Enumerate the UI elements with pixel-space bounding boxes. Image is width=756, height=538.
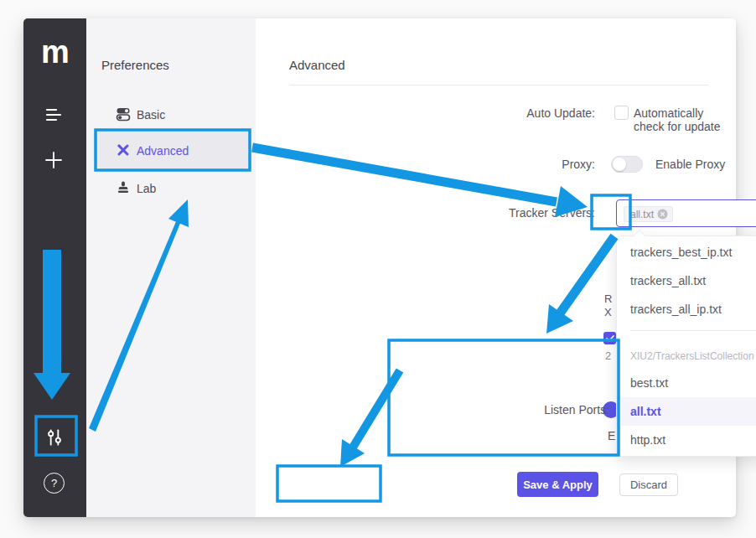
basic-toggles-icon [116,106,131,125]
dropdown-divider [630,330,756,331]
app-window: m ? Preferences [23,18,736,517]
task-list-icon[interactable] [44,105,64,128]
proxy-option-label: Enable Proxy [655,158,725,171]
dropdown-selected-label: all.txt [630,405,661,418]
tracker-servers-select[interactable]: all.txt [616,199,756,227]
auto-update-option-label[interactable]: Automatically check for update [634,106,736,133]
auto-update-checkbox[interactable] [614,106,629,120]
sidebar-item-advanced[interactable]: Advanced [96,131,249,168]
auto-update-label: Auto Update: [461,106,595,120]
tracker-servers-label: Tracker Servers: [461,206,595,220]
dropdown-option[interactable]: trackers_best_ip.txt [617,238,756,266]
title-divider [289,85,708,85]
preferences-panel: Preferences Basic Advanced [86,18,256,517]
obscured-text-fragment: R [604,292,612,305]
tracker-dropdown: trackers_best_ip.txt trackers_all.txt tr… [616,235,756,457]
dropdown-option[interactable]: trackers_all.txt [617,266,756,295]
proxy-toggle[interactable] [611,156,643,173]
preferences-sliders-icon[interactable] [44,427,65,452]
discard-button[interactable]: Discard [619,473,678,496]
obscured-text-fragment: E [608,430,615,442]
dropdown-option[interactable]: best.txt [617,369,756,397]
toggle-knob [613,158,626,171]
page-title: Advanced [289,58,345,72]
sidebar-item-lab[interactable]: Lab [137,182,156,195]
lab-stamp-icon [116,180,131,199]
obscured-checked-checkbox [603,332,616,344]
sidebar-item-advanced-label: Advanced [137,144,189,158]
listen-ports-label: Listen Ports: [475,403,609,416]
help-icon[interactable]: ? [44,473,65,494]
preferences-title: Preferences [101,58,169,72]
help-glyph: ? [51,477,57,489]
proxy-label: Proxy: [461,158,595,171]
selected-tracker-tag-label: all.txt [630,209,654,220]
dropdown-option[interactable]: http.txt [617,426,756,454]
save-apply-button[interactable]: Save & Apply [517,472,598,497]
app-logo: m [23,34,86,70]
selected-tracker-tag[interactable]: all.txt [624,206,673,222]
main-pane: Advanced Auto Update: Automatically chec… [256,18,736,517]
dropdown-group-label: XIU2/TrackersListCollection [630,350,754,362]
dropdown-option-selected[interactable]: all.txt [617,397,756,426]
advanced-tools-icon [116,142,131,161]
tag-remove-icon[interactable] [657,209,668,220]
obscured-text-fragment: X [604,306,612,318]
obscured-text-fragment: 2 [605,349,611,362]
add-task-icon[interactable] [43,149,65,174]
dropdown-option[interactable]: trackers_all_ip.txt [617,295,756,323]
sidebar-item-basic[interactable]: Basic [137,108,165,122]
app-sidebar: m ? [23,18,86,517]
